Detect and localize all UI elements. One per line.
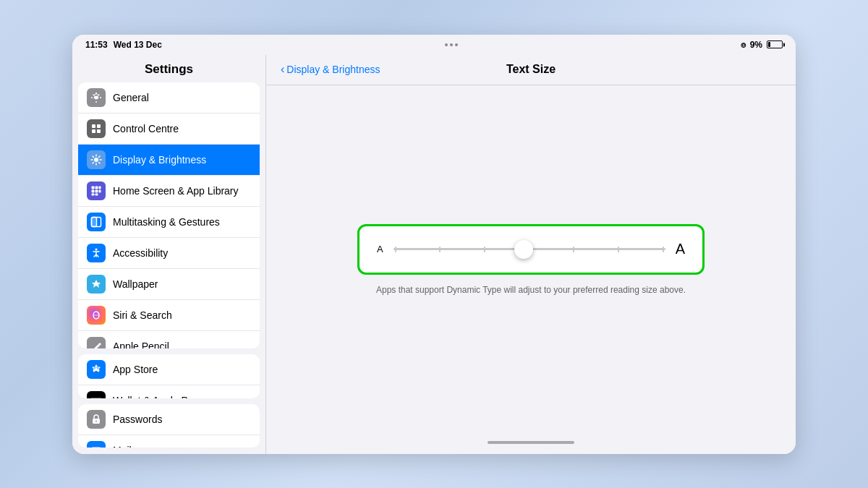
text-size-content: A <box>266 85 796 434</box>
ipad-frame: 11:53 Wed 13 Dec ⌾ 9% Settings <box>72 35 796 454</box>
small-a-label: A <box>377 244 383 254</box>
wallet-icon <box>87 391 106 398</box>
svg-rect-8 <box>97 129 101 133</box>
sidebar-item-control[interactable]: Control Centre <box>78 114 260 145</box>
svg-point-1 <box>95 93 97 94</box>
sidebar-item-homescreen[interactable]: Home Screen & App Library <box>78 176 260 207</box>
dot2 <box>450 43 453 46</box>
panel-title: Text Size <box>506 63 556 76</box>
homescreen-label: Home Screen & App Library <box>113 185 239 197</box>
mail-label: Mail <box>113 445 132 448</box>
appstore-icon <box>87 360 106 379</box>
main-content: Settings General Control Centre <box>72 55 796 454</box>
svg-point-28 <box>95 248 98 250</box>
wifi-icon: ⌾ <box>741 40 746 50</box>
siri-label: Siri & Search <box>113 309 172 321</box>
svg-point-40 <box>95 420 97 421</box>
tick-7 <box>663 247 664 252</box>
mail-icon <box>87 441 106 448</box>
back-label: Display & Brightness <box>286 64 380 75</box>
dot1 <box>445 43 448 46</box>
svg-rect-24 <box>92 193 95 195</box>
sidebar-item-accessibility[interactable]: Accessibility <box>78 238 260 269</box>
large-a-label: A <box>676 241 685 257</box>
svg-rect-37 <box>91 398 101 398</box>
sidebar-item-appstore[interactable]: App Store <box>78 354 260 385</box>
svg-point-9 <box>94 158 98 162</box>
passwords-icon <box>87 410 106 429</box>
date: Wed 13 Dec <box>114 40 162 50</box>
status-left: 11:53 Wed 13 Dec <box>85 40 162 50</box>
status-center <box>445 43 458 46</box>
home-indicator <box>488 441 574 444</box>
sidebar-group-1: General Control Centre Display & Brightn… <box>78 82 260 348</box>
svg-rect-41 <box>92 447 101 448</box>
slider-thumb[interactable] <box>514 240 533 259</box>
display-icon <box>87 150 106 169</box>
sidebar-item-wallpaper[interactable]: Wallpaper <box>78 269 260 300</box>
svg-line-15 <box>99 162 100 163</box>
svg-line-17 <box>93 162 93 163</box>
accessibility-icon <box>87 244 106 262</box>
wallpaper-icon <box>87 275 106 294</box>
svg-point-2 <box>95 101 97 103</box>
svg-rect-7 <box>92 129 95 133</box>
battery-percent: 9% <box>750 40 762 50</box>
bottom-bar <box>266 434 796 454</box>
slider-track-wrapper[interactable] <box>393 239 665 260</box>
general-icon <box>87 88 106 107</box>
tick-1 <box>395 247 396 252</box>
sidebar-item-general[interactable]: General <box>78 82 260 114</box>
panel-header: ‹ Display & Brightness Text Size <box>266 55 796 85</box>
status-bar: 11:53 Wed 13 Dec ⌾ 9% <box>72 35 796 55</box>
slider-track <box>393 248 665 250</box>
sidebar-item-siri[interactable]: Siri & Search <box>78 300 260 331</box>
tick-6 <box>618 247 619 252</box>
sidebar-item-pencil[interactable]: Apple Pencil <box>78 331 260 348</box>
sidebar-group-2: App Store Wallet & Apple Pay <box>78 354 260 398</box>
sidebar-group-3: Passwords Mail <box>78 404 260 448</box>
pencil-label: Apple Pencil <box>113 341 169 348</box>
svg-rect-22 <box>95 189 98 192</box>
homescreen-icon <box>87 181 106 200</box>
back-button[interactable]: ‹ Display & Brightness <box>281 63 380 76</box>
svg-rect-27 <box>92 217 97 226</box>
accessibility-label: Accessibility <box>113 247 168 259</box>
wallpaper-label: Wallpaper <box>113 278 158 290</box>
control-label: Control Centre <box>113 123 179 134</box>
multitasking-icon <box>87 213 106 231</box>
svg-point-3 <box>91 97 93 98</box>
pencil-icon <box>87 337 106 348</box>
sidebar-item-display[interactable]: Display & Brightness <box>78 145 260 176</box>
svg-rect-21 <box>92 189 95 192</box>
sidebar-title: Settings <box>72 55 265 82</box>
svg-rect-19 <box>95 186 98 189</box>
svg-rect-20 <box>99 186 101 189</box>
dot3 <box>455 43 458 46</box>
time: 11:53 <box>85 40 108 50</box>
svg-point-4 <box>100 97 101 98</box>
tick-2 <box>439 247 441 252</box>
status-right: ⌾ 9% <box>741 40 783 50</box>
right-panel: ‹ Display & Brightness Text Size A <box>266 55 796 454</box>
battery-fill <box>768 42 770 47</box>
slider-description: Apps that support Dynamic Type will adju… <box>376 285 686 295</box>
general-label: General <box>113 92 149 103</box>
tick-5 <box>573 247 574 252</box>
battery-bar <box>767 40 783 48</box>
svg-line-14 <box>93 156 93 157</box>
sidebar-item-multitasking[interactable]: Multitasking & Gestures <box>78 207 260 238</box>
text-size-slider-container: A <box>357 224 705 275</box>
tick-3 <box>484 247 485 252</box>
appstore-label: App Store <box>113 364 158 375</box>
sidebar-item-wallet[interactable]: Wallet & Apple Pay <box>78 385 260 398</box>
wallet-label: Wallet & Apple Pay <box>113 395 199 398</box>
svg-rect-23 <box>99 189 101 192</box>
sidebar-item-passwords[interactable]: Passwords <box>78 404 260 435</box>
passwords-label: Passwords <box>113 414 162 425</box>
sidebar-item-mail[interactable]: Mail <box>78 435 260 448</box>
svg-rect-6 <box>97 124 101 128</box>
svg-rect-25 <box>95 193 98 195</box>
siri-icon <box>87 306 106 325</box>
svg-line-16 <box>99 156 100 157</box>
